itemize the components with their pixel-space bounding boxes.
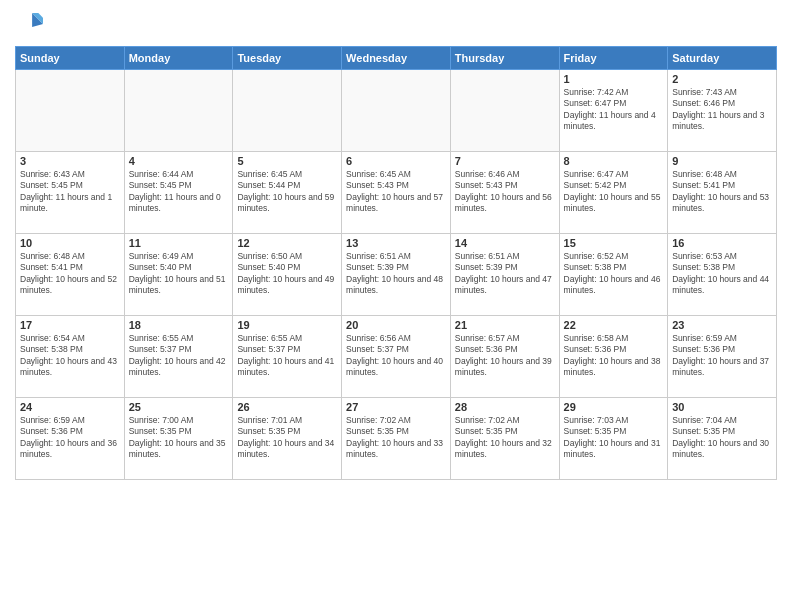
day-number: 1 — [564, 73, 664, 85]
day-number: 6 — [346, 155, 446, 167]
day-number: 4 — [129, 155, 229, 167]
logo-icon — [15, 10, 43, 38]
day-number: 28 — [455, 401, 555, 413]
day-info: Sunrise: 6:51 AM Sunset: 5:39 PM Dayligh… — [455, 251, 555, 297]
day-header-thursday: Thursday — [450, 47, 559, 70]
calendar-cell — [124, 70, 233, 152]
day-number: 15 — [564, 237, 664, 249]
logo — [15, 10, 47, 38]
day-number: 11 — [129, 237, 229, 249]
calendar-cell: 17Sunrise: 6:54 AM Sunset: 5:38 PM Dayli… — [16, 316, 125, 398]
day-number: 24 — [20, 401, 120, 413]
day-number: 25 — [129, 401, 229, 413]
day-number: 30 — [672, 401, 772, 413]
day-info: Sunrise: 6:52 AM Sunset: 5:38 PM Dayligh… — [564, 251, 664, 297]
week-row-0: 1Sunrise: 7:42 AM Sunset: 6:47 PM Daylig… — [16, 70, 777, 152]
day-info: Sunrise: 6:56 AM Sunset: 5:37 PM Dayligh… — [346, 333, 446, 379]
day-header-wednesday: Wednesday — [342, 47, 451, 70]
calendar-cell: 5Sunrise: 6:45 AM Sunset: 5:44 PM Daylig… — [233, 152, 342, 234]
calendar-cell: 21Sunrise: 6:57 AM Sunset: 5:36 PM Dayli… — [450, 316, 559, 398]
day-info: Sunrise: 7:02 AM Sunset: 5:35 PM Dayligh… — [346, 415, 446, 461]
day-info: Sunrise: 6:50 AM Sunset: 5:40 PM Dayligh… — [237, 251, 337, 297]
day-number: 13 — [346, 237, 446, 249]
day-number: 5 — [237, 155, 337, 167]
day-number: 9 — [672, 155, 772, 167]
day-info: Sunrise: 6:43 AM Sunset: 5:45 PM Dayligh… — [20, 169, 120, 215]
day-info: Sunrise: 7:04 AM Sunset: 5:35 PM Dayligh… — [672, 415, 772, 461]
calendar-cell: 11Sunrise: 6:49 AM Sunset: 5:40 PM Dayli… — [124, 234, 233, 316]
calendar-cell: 6Sunrise: 6:45 AM Sunset: 5:43 PM Daylig… — [342, 152, 451, 234]
calendar-cell — [233, 70, 342, 152]
calendar-cell: 30Sunrise: 7:04 AM Sunset: 5:35 PM Dayli… — [668, 398, 777, 480]
day-number: 14 — [455, 237, 555, 249]
day-info: Sunrise: 6:51 AM Sunset: 5:39 PM Dayligh… — [346, 251, 446, 297]
day-info: Sunrise: 6:49 AM Sunset: 5:40 PM Dayligh… — [129, 251, 229, 297]
calendar-cell: 16Sunrise: 6:53 AM Sunset: 5:38 PM Dayli… — [668, 234, 777, 316]
day-number: 29 — [564, 401, 664, 413]
day-number: 16 — [672, 237, 772, 249]
day-number: 27 — [346, 401, 446, 413]
day-number: 3 — [20, 155, 120, 167]
header-row: SundayMondayTuesdayWednesdayThursdayFrid… — [16, 47, 777, 70]
calendar-cell: 25Sunrise: 7:00 AM Sunset: 5:35 PM Dayli… — [124, 398, 233, 480]
calendar-cell: 18Sunrise: 6:55 AM Sunset: 5:37 PM Dayli… — [124, 316, 233, 398]
calendar-cell — [16, 70, 125, 152]
day-header-tuesday: Tuesday — [233, 47, 342, 70]
calendar-cell: 2Sunrise: 7:43 AM Sunset: 6:46 PM Daylig… — [668, 70, 777, 152]
page-container: SundayMondayTuesdayWednesdayThursdayFrid… — [0, 0, 792, 490]
day-info: Sunrise: 7:42 AM Sunset: 6:47 PM Dayligh… — [564, 87, 664, 133]
day-info: Sunrise: 6:47 AM Sunset: 5:42 PM Dayligh… — [564, 169, 664, 215]
day-info: Sunrise: 7:02 AM Sunset: 5:35 PM Dayligh… — [455, 415, 555, 461]
calendar-cell: 15Sunrise: 6:52 AM Sunset: 5:38 PM Dayli… — [559, 234, 668, 316]
day-number: 19 — [237, 319, 337, 331]
calendar-body: 1Sunrise: 7:42 AM Sunset: 6:47 PM Daylig… — [16, 70, 777, 480]
week-row-3: 17Sunrise: 6:54 AM Sunset: 5:38 PM Dayli… — [16, 316, 777, 398]
calendar-table: SundayMondayTuesdayWednesdayThursdayFrid… — [15, 46, 777, 480]
day-number: 22 — [564, 319, 664, 331]
day-header-friday: Friday — [559, 47, 668, 70]
calendar-cell: 8Sunrise: 6:47 AM Sunset: 5:42 PM Daylig… — [559, 152, 668, 234]
day-header-monday: Monday — [124, 47, 233, 70]
day-info: Sunrise: 6:48 AM Sunset: 5:41 PM Dayligh… — [672, 169, 772, 215]
day-number: 20 — [346, 319, 446, 331]
calendar-cell: 22Sunrise: 6:58 AM Sunset: 5:36 PM Dayli… — [559, 316, 668, 398]
day-info: Sunrise: 7:43 AM Sunset: 6:46 PM Dayligh… — [672, 87, 772, 133]
calendar-cell: 9Sunrise: 6:48 AM Sunset: 5:41 PM Daylig… — [668, 152, 777, 234]
day-number: 10 — [20, 237, 120, 249]
day-info: Sunrise: 6:45 AM Sunset: 5:44 PM Dayligh… — [237, 169, 337, 215]
week-row-1: 3Sunrise: 6:43 AM Sunset: 5:45 PM Daylig… — [16, 152, 777, 234]
page-header — [15, 10, 777, 38]
day-info: Sunrise: 6:44 AM Sunset: 5:45 PM Dayligh… — [129, 169, 229, 215]
day-info: Sunrise: 6:59 AM Sunset: 5:36 PM Dayligh… — [20, 415, 120, 461]
day-header-saturday: Saturday — [668, 47, 777, 70]
day-info: Sunrise: 6:46 AM Sunset: 5:43 PM Dayligh… — [455, 169, 555, 215]
calendar-cell: 23Sunrise: 6:59 AM Sunset: 5:36 PM Dayli… — [668, 316, 777, 398]
calendar-cell: 10Sunrise: 6:48 AM Sunset: 5:41 PM Dayli… — [16, 234, 125, 316]
day-info: Sunrise: 7:00 AM Sunset: 5:35 PM Dayligh… — [129, 415, 229, 461]
calendar-cell — [450, 70, 559, 152]
calendar-cell: 4Sunrise: 6:44 AM Sunset: 5:45 PM Daylig… — [124, 152, 233, 234]
calendar-cell: 26Sunrise: 7:01 AM Sunset: 5:35 PM Dayli… — [233, 398, 342, 480]
calendar-cell: 1Sunrise: 7:42 AM Sunset: 6:47 PM Daylig… — [559, 70, 668, 152]
calendar-cell: 12Sunrise: 6:50 AM Sunset: 5:40 PM Dayli… — [233, 234, 342, 316]
calendar-cell: 19Sunrise: 6:55 AM Sunset: 5:37 PM Dayli… — [233, 316, 342, 398]
day-info: Sunrise: 6:58 AM Sunset: 5:36 PM Dayligh… — [564, 333, 664, 379]
day-header-sunday: Sunday — [16, 47, 125, 70]
day-number: 7 — [455, 155, 555, 167]
day-number: 21 — [455, 319, 555, 331]
day-info: Sunrise: 6:48 AM Sunset: 5:41 PM Dayligh… — [20, 251, 120, 297]
calendar-cell: 13Sunrise: 6:51 AM Sunset: 5:39 PM Dayli… — [342, 234, 451, 316]
calendar-cell: 24Sunrise: 6:59 AM Sunset: 5:36 PM Dayli… — [16, 398, 125, 480]
week-row-4: 24Sunrise: 6:59 AM Sunset: 5:36 PM Dayli… — [16, 398, 777, 480]
calendar-cell: 27Sunrise: 7:02 AM Sunset: 5:35 PM Dayli… — [342, 398, 451, 480]
day-info: Sunrise: 6:55 AM Sunset: 5:37 PM Dayligh… — [237, 333, 337, 379]
day-info: Sunrise: 6:53 AM Sunset: 5:38 PM Dayligh… — [672, 251, 772, 297]
calendar-cell: 3Sunrise: 6:43 AM Sunset: 5:45 PM Daylig… — [16, 152, 125, 234]
calendar-cell: 28Sunrise: 7:02 AM Sunset: 5:35 PM Dayli… — [450, 398, 559, 480]
calendar-cell: 14Sunrise: 6:51 AM Sunset: 5:39 PM Dayli… — [450, 234, 559, 316]
calendar-cell: 29Sunrise: 7:03 AM Sunset: 5:35 PM Dayli… — [559, 398, 668, 480]
day-number: 2 — [672, 73, 772, 85]
calendar-header: SundayMondayTuesdayWednesdayThursdayFrid… — [16, 47, 777, 70]
calendar-cell — [342, 70, 451, 152]
day-info: Sunrise: 7:01 AM Sunset: 5:35 PM Dayligh… — [237, 415, 337, 461]
